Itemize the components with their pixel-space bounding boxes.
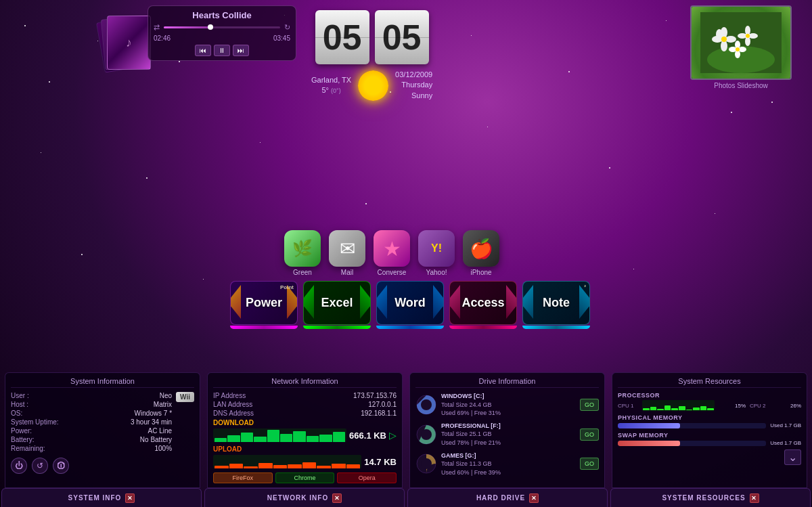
drive-f-go[interactable]: GO — [580, 428, 599, 441]
drive-professional: PROFESSIONAL [F:] Total Size 25.1 GB Use… — [415, 422, 599, 447]
drive-g-chart — [415, 453, 437, 475]
office-icon-excel[interactable]: Excel — [303, 281, 371, 329]
info-icon[interactable]: ⏼ — [53, 458, 69, 474]
drive-g-go[interactable]: GO — [580, 458, 599, 470]
note-icon-box: Note ² — [522, 281, 590, 325]
cpu1-row: CPU 1 15% CPU — [618, 400, 801, 411]
power-wing-left — [230, 285, 241, 319]
current-time: 02:46 — [154, 35, 171, 42]
sys-info-content: User : Neo Host : Matrix OS: Windows 7 *… — [11, 392, 194, 454]
network-info-panel: Network Information IP Address 173.57.15… — [207, 372, 403, 488]
music-progress-bar[interactable] — [164, 26, 280, 28]
upload-row: 14.7 KB — [213, 454, 397, 470]
office-icon-access[interactable]: Access — [449, 281, 517, 329]
opera-button[interactable]: Opera — [337, 472, 397, 483]
repeat-icon: ↻ — [284, 23, 290, 32]
cpu2-label: CPU 2 — [750, 403, 770, 409]
sys-remaining-row: Remaining: 100% — [11, 445, 172, 452]
footer-tab-system-info[interactable]: System Info ✕ — [1, 488, 202, 507]
net-ip-row: IP Address 173.57.153.76 — [213, 392, 397, 399]
svg-point-21 — [421, 399, 432, 410]
sys-battery-val: No Battery — [140, 436, 172, 443]
weather-location: Garland, TX — [311, 75, 351, 85]
mail-icon: ✉ — [329, 230, 365, 267]
download-bars — [213, 428, 346, 442]
footer-tab-network-info-close[interactable]: ✕ — [332, 493, 342, 503]
sys-remaining-val: 100% — [155, 445, 173, 452]
music-times: 02:46 03:45 — [154, 35, 290, 42]
weather-row: Garland, TX 5° (0°) 03/12/2009 Thursday … — [311, 70, 432, 101]
footer-tab-hard-drive-label: Hard Drive — [476, 494, 525, 502]
photos-label: Photos Slideshow — [690, 82, 792, 89]
excel-label: Excel — [321, 296, 353, 310]
bottom-panels: System Information User : Neo Host : Mat… — [0, 372, 812, 488]
svg-point-23 — [421, 429, 432, 440]
power-icon-box: Power Point — [230, 281, 298, 325]
app-icon-iphone[interactable]: 🍎 iPhone — [463, 230, 499, 276]
refresh-icon[interactable]: ↺ — [32, 458, 48, 474]
word-icon-box: Word — [376, 281, 444, 325]
expand-icon[interactable]: ⌄ — [784, 449, 801, 465]
footer-tabs-row: System Info ✕ Network Info ✕ Hard Drive … — [0, 488, 812, 507]
download-expand-icon[interactable]: ▷ — [389, 430, 397, 441]
drive-g-total: Total Size 11.3 GB — [441, 460, 576, 468]
upload-graph — [213, 455, 361, 468]
footer-tab-network-info-label: Network Info — [267, 494, 328, 502]
office-icon-word[interactable]: Word — [376, 281, 444, 329]
footer-tab-system-resources[interactable]: System Resources ✕ — [610, 488, 811, 507]
physical-memory-section: PHYSICAL MEMORY Used 1.7 GB — [618, 414, 801, 428]
sys-battery-label: Battery: — [11, 436, 34, 443]
svg-point-14 — [746, 34, 750, 38]
flower-svg — [700, 12, 782, 73]
drive-c-usage: Used 69% | Free 31% — [441, 409, 576, 418]
footer-tab-hard-drive-close[interactable]: ✕ — [529, 493, 539, 503]
next-button[interactable]: ⏭ — [233, 45, 249, 56]
processor-label: PROCESSOR — [618, 392, 801, 399]
excel-wing-left — [303, 285, 314, 319]
chrome-button[interactable]: Chrome — [275, 472, 335, 483]
note-sublabel: ² — [584, 284, 586, 290]
prev-button[interactable]: ⏮ — [195, 45, 211, 56]
svg-point-19 — [736, 47, 740, 51]
play-pause-button[interactable]: ⏸ — [214, 45, 230, 56]
firefox-button[interactable]: FireFox — [213, 472, 273, 483]
office-icon-note[interactable]: Note ² — [522, 281, 590, 329]
green-icon: 🌿 — [284, 230, 321, 267]
power-off-icon[interactable]: ⏻ — [11, 458, 27, 474]
photos-widget[interactable]: Photos Slideshow — [690, 5, 792, 89]
drive-f-total: Total Size 25.1 GB — [441, 430, 576, 439]
svg-point-6 — [725, 36, 736, 43]
app-icon-green[interactable]: 🌿 Green — [284, 230, 321, 276]
app-icon-converse[interactable]: ★ Converse — [374, 230, 410, 276]
app-icon-yahoo[interactable]: Y! Yahoo! — [418, 230, 455, 276]
clock-widget: 05 05 Garland, TX 5° (0°) 03/12/2009 Thu… — [311, 10, 432, 101]
footer-tab-hard-drive[interactable]: Hard Drive ✕ — [407, 488, 608, 507]
app-icon-mail[interactable]: ✉ Mail — [329, 230, 365, 276]
word-wing-left — [376, 285, 387, 319]
svg-point-10 — [745, 26, 750, 35]
green-label: Green — [293, 269, 312, 276]
footer-tab-system-info-close[interactable]: ✕ — [125, 493, 135, 503]
converse-label: Converse — [378, 269, 407, 276]
net-lan-val: 127.0.0.1 — [368, 401, 397, 408]
iphone-label: iPhone — [470, 269, 491, 276]
drive-info-panel: Drive Information WINDOWS [C:] Total Siz… — [409, 372, 605, 488]
drive-f-chart — [415, 424, 437, 445]
drive-windows: WINDOWS [C:] Total Size 24.4 GB Used 69%… — [415, 392, 599, 418]
physical-used: Used 1.7 GB — [770, 422, 801, 428]
footer-tab-network-info[interactable]: Network Info ✕ — [204, 488, 405, 507]
yahoo-icon: Y! — [418, 230, 455, 267]
net-lan-row: LAN Address 127.0.0.1 — [213, 401, 397, 408]
music-progress-fill — [164, 26, 210, 28]
iphone-icon: 🍎 — [463, 230, 499, 267]
footer-tab-system-resources-close[interactable]: ✕ — [750, 493, 759, 503]
access-wing-right — [506, 285, 517, 319]
drive-c-go[interactable]: GO — [580, 399, 599, 411]
sys-os-val: Windows 7 * — [135, 410, 173, 417]
note-wing-left — [522, 285, 533, 319]
net-lan-label: LAN Address — [213, 401, 252, 408]
drive-f-info: PROFESSIONAL [F:] Total Size 25.1 GB Use… — [441, 422, 576, 447]
word-bar — [376, 326, 444, 329]
office-icon-power[interactable]: Power Point — [230, 281, 298, 329]
power-bar — [230, 326, 298, 329]
